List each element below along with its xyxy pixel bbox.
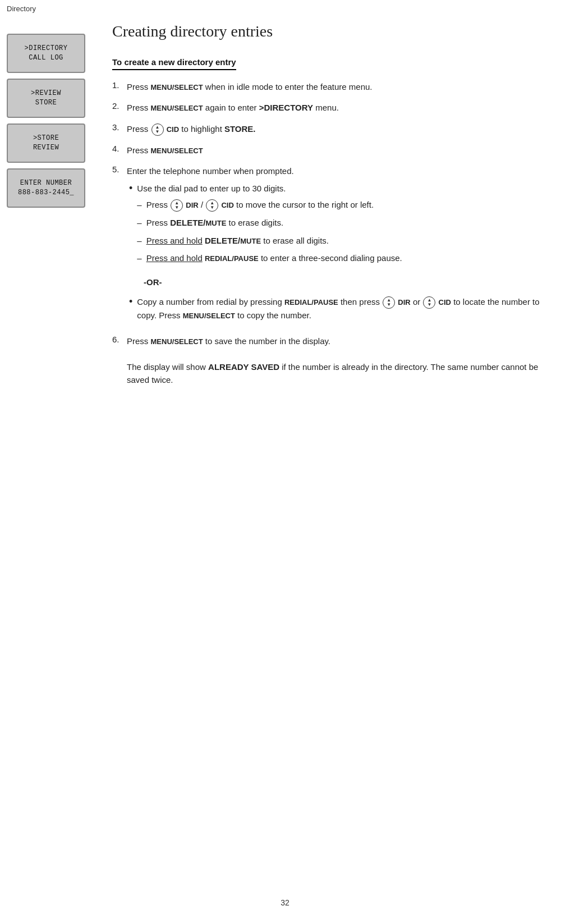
step-2-text: Press MENU/SELECT again to enter >DIRECT…	[127, 101, 339, 114]
step-2: 2. Press MENU/SELECT again to enter >DIR…	[112, 101, 542, 114]
step-3-number: 3.	[112, 122, 123, 132]
step-5-subsub-2: – Press DELETE/MUTE to erase digits.	[137, 216, 402, 229]
step-5-subsub-2-text: Press DELETE/MUTE to erase digits.	[146, 216, 283, 229]
dash-4: –	[137, 251, 141, 264]
nav-icon-dir: ▲▼	[171, 199, 183, 212]
phone-screen-2: >REVIEWSTORE	[7, 79, 85, 118]
step-5-text: Enter the telephone number when prompted…	[127, 164, 542, 327]
dash-1: –	[137, 198, 141, 211]
step-1-number: 1.	[112, 80, 123, 90]
phone-screen-4: ENTER NUMBER888-883-2445_	[7, 168, 85, 208]
step-2-number: 2.	[112, 101, 123, 111]
dash-2: –	[137, 216, 141, 229]
page-category-label: Directory	[7, 4, 36, 13]
step-5-subsub-1-text: Press ▲▼ DIR / ▲▼ CID to move the cursor…	[146, 198, 374, 212]
nav-icon-cid-step3: ▲▼	[151, 123, 164, 136]
bullet-1: •	[129, 182, 132, 195]
step-5-subsub-1: – Press ▲▼ DIR / ▲▼ CID to move the curs…	[137, 198, 402, 212]
step-3: 3. Press ▲▼ CID to highlight STORE.	[112, 122, 542, 136]
section-heading: To create a new directory entry	[112, 57, 236, 70]
nav-icon-cid-sub: ▲▼	[206, 199, 218, 212]
step-6-number: 6.	[112, 335, 123, 344]
or-line: -OR-	[144, 276, 542, 289]
step-5-subsub-4: – Press and hold REDIAL/PAUSE to enter a…	[137, 251, 402, 264]
step-5-subsub-4-text: Press and hold REDIAL/PAUSE to enter a t…	[146, 251, 402, 264]
nav-icon-cid-2: ▲▼	[423, 296, 435, 309]
step-1-text: Press MENU/SELECT when in idle mode to e…	[127, 80, 373, 93]
step-4-text: Press MENU/SELECT	[127, 144, 203, 157]
step-5-subbullet2-list: • Copy a number from redial by pressing …	[129, 295, 542, 322]
step-5-subsub-3-text: Press and hold DELETE/MUTE to erase all …	[146, 234, 329, 247]
step-5-subbullets: • Use the dial pad to enter up to 30 dig…	[129, 182, 542, 269]
step-5-sub-1-text: Use the dial pad to enter up to 30 digit…	[137, 182, 402, 269]
step-5-subsub-3: – Press and hold DELETE/MUTE to erase al…	[137, 234, 402, 247]
step-5: 5. Enter the telephone number when promp…	[112, 164, 542, 327]
step-5-sub-1: • Use the dial pad to enter up to 30 dig…	[129, 182, 542, 269]
phone-screen-1: >DIRECTORYCALL LOG	[7, 34, 85, 73]
steps-list: 1. Press MENU/SELECT when in idle mode t…	[112, 80, 542, 387]
nav-icon-dir-2: ▲▼	[383, 296, 395, 309]
phone-screen-3: >STOREREVIEW	[7, 123, 85, 163]
step-6: 6. Press MENU/SELECT to save the number …	[112, 335, 542, 387]
step-5-number: 5.	[112, 164, 123, 174]
step-4-number: 4.	[112, 144, 123, 153]
step-4: 4. Press MENU/SELECT	[112, 144, 542, 157]
step-5-sub-2: • Copy a number from redial by pressing …	[129, 295, 542, 322]
dash-3: –	[137, 234, 141, 247]
page-title: Creating directory entries	[112, 22, 542, 40]
bullet-2: •	[129, 295, 132, 308]
step-5-sub-2-text: Copy a number from redial by pressing RE…	[137, 295, 542, 322]
step-5-subsub-list: – Press ▲▼ DIR / ▲▼ CID to move the curs…	[137, 198, 402, 264]
step-3-text: Press ▲▼ CID to highlight STORE.	[127, 122, 256, 136]
step-1: 1. Press MENU/SELECT when in idle mode t…	[112, 80, 542, 93]
sidebar: >DIRECTORYCALL LOG >REVIEWSTORE >STORERE…	[7, 34, 85, 208]
step-6-text: Press MENU/SELECT to save the number in …	[127, 335, 542, 387]
main-content: Creating directory entries To create a n…	[101, 0, 570, 428]
page-number: 32	[281, 898, 289, 907]
